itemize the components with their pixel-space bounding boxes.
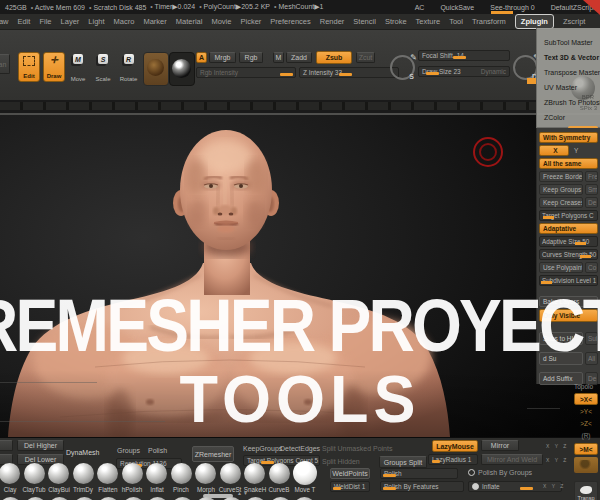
with-symmetry-button[interactable]: With Symmetry [539, 132, 598, 143]
scale-button[interactable]: S Scale [93, 54, 113, 82]
freeze-border-clipped[interactable]: Fre [585, 171, 598, 182]
subs-to-hi-button[interactable]: Subs to HI [539, 332, 583, 345]
polish-handle[interactable] [383, 474, 396, 477]
keepgroups-toggle[interactable]: KeepGroups [243, 445, 282, 452]
z-intensity-handle[interactable] [339, 73, 352, 76]
current-brush-thumbnail[interactable] [143, 52, 169, 86]
split-hidden-button[interactable]: Split Hidden [322, 458, 360, 465]
mrgb-toggle[interactable]: Mrgb [209, 52, 236, 63]
zcut-toggle[interactable]: Zcut [356, 52, 375, 63]
move-button[interactable]: M Move [68, 54, 88, 82]
zsub-toggle[interactable]: Zsub [316, 51, 352, 64]
menu-item-stroke[interactable]: Stroke [385, 17, 407, 26]
rgb-intensity-slider[interactable]: Rgb Intensity [196, 67, 296, 78]
clipped-left-button[interactable]: an [0, 54, 10, 74]
polish-slider[interactable]: Polish [380, 468, 458, 479]
brush-move-topological[interactable] [293, 461, 317, 485]
symmetry-y-button[interactable]: Y [571, 145, 598, 156]
menu-item-render[interactable]: Render [320, 17, 345, 26]
menu-item-tool[interactable]: Tool [449, 17, 463, 26]
menu-item-draw[interactable]: Draw [0, 17, 9, 26]
covered-button-clipped[interactable]: All [585, 352, 598, 365]
quicksave-button[interactable]: QuickSave [440, 4, 474, 11]
brush-clay[interactable] [0, 463, 20, 484]
zplugin-item-transpose-master[interactable]: Transpose Master [537, 65, 600, 80]
mirror-and-weld-button[interactable]: Mirror And Weld [481, 454, 543, 465]
zplugin-item-zcolor[interactable]: ZColor [537, 110, 600, 125]
brush-pinch[interactable] [171, 463, 192, 484]
mirror-button[interactable]: Mirror [481, 440, 519, 451]
menu-item-layer[interactable]: Layer [61, 17, 80, 26]
clipped-button[interactable] [0, 440, 13, 451]
brush-morph[interactable] [195, 463, 216, 484]
stroke-selector[interactable]: ✎ S [390, 55, 415, 80]
document-canvas[interactable] [0, 115, 600, 437]
radial-symmetry-button[interactable]: (R) [574, 431, 598, 441]
menu-item-light[interactable]: Light [88, 17, 104, 26]
polish-by-groups-radio[interactable]: Polish By Groups [468, 469, 532, 476]
zplugin-item-uv-master[interactable]: UV Master [537, 80, 600, 95]
adaptative-button[interactable]: Adaptative [539, 223, 598, 234]
mirror-axes-toggle[interactable]: X Y Z [546, 443, 568, 449]
menu-item-macro[interactable]: Macro [114, 17, 135, 26]
focal-shift-slider[interactable]: Focal Shift -14 [418, 50, 510, 61]
menu-item-zplugin[interactable]: Zplugin [515, 14, 554, 29]
brush-claybui[interactable] [48, 463, 69, 484]
zplugin-item-subtool-master[interactable]: SubTool Master [537, 35, 600, 50]
draw-size-handle[interactable] [426, 72, 439, 75]
brush-claytub[interactable] [24, 463, 45, 484]
rgb-toggle[interactable]: Rgb [239, 52, 263, 63]
brush-inflat[interactable] [146, 463, 167, 484]
symmetry-z-axis-button[interactable]: >Z< [574, 419, 598, 429]
menu-item-zscript[interactable]: Zscript [563, 17, 586, 26]
brush-curveb[interactable] [269, 463, 290, 484]
dynamesh-polish-toggle[interactable]: Polish [148, 447, 167, 454]
del-higher-button[interactable]: Del Higher [17, 440, 64, 451]
symmetry-x-axis-button[interactable]: >X< [574, 393, 598, 405]
adaptive-size-handle[interactable] [575, 242, 586, 245]
m-toggle[interactable]: M [273, 52, 284, 63]
menu-item-marker[interactable]: Marker [143, 17, 166, 26]
keep-creases-button[interactable]: Keep Creases [539, 197, 583, 208]
menu-item-preferences[interactable]: Preferences [270, 17, 310, 26]
use-polypaint-clipped[interactable]: Co [585, 262, 598, 273]
menu-item-edit[interactable]: Edit [18, 17, 31, 26]
menu-item-material[interactable]: Material [176, 17, 203, 26]
subs-to-hi-clipped[interactable]: Sub [585, 332, 598, 345]
all-the-same-button[interactable]: All the same [539, 158, 598, 169]
covered-button[interactable]: d Su [539, 352, 583, 365]
tray-divider[interactable] [0, 100, 600, 115]
menu-item-picker[interactable]: Picker [240, 17, 261, 26]
brush-trimdy[interactable] [73, 463, 94, 484]
use-polypaint-button[interactable]: Use Polypaint [539, 262, 583, 273]
target-polygons-count-handle[interactable] [261, 461, 274, 464]
brush-flatten[interactable] [97, 463, 118, 484]
menu-item-file[interactable]: File [39, 17, 51, 26]
z-intensity-slider[interactable]: Z Intensity 33 [299, 67, 399, 78]
adaptive-size-slider[interactable]: Adaptive Size 50 [539, 236, 598, 247]
subdivision-level-handle[interactable] [541, 281, 552, 284]
menu-item-stencil[interactable]: Stencil [353, 17, 376, 26]
lazymouse-button[interactable]: LazyMouse [432, 440, 478, 452]
symmetry-x-button[interactable]: X [539, 145, 569, 156]
detectedges-toggle[interactable]: DetectEdges [280, 445, 320, 452]
focal-shift-handle[interactable] [453, 56, 466, 59]
polish-by-features-slider[interactable]: Polish By Features [380, 481, 464, 492]
lazyradius-handle[interactable] [432, 460, 440, 463]
keep-creases-clipped[interactable]: De [585, 197, 598, 208]
menu-item-transform[interactable]: Transform [472, 17, 506, 26]
brush-scroll-arrows-icon[interactable]: ▲▼ [237, 490, 249, 496]
zplugin-item-zbrush-to-photoshop[interactable]: ZBrush To Photoshop [537, 95, 600, 110]
current-material-thumbnail[interactable] [169, 52, 195, 86]
see-through-slider[interactable]: See-through 0 [490, 4, 534, 11]
dynamesh-groups-toggle[interactable]: Groups [117, 447, 140, 454]
zremesher-button[interactable]: ZRemesher [192, 446, 234, 462]
only-visible-button[interactable]: Only Visible [539, 309, 598, 322]
weldpoints-button[interactable]: WeldPoints [330, 468, 370, 479]
transp-button[interactable]: Transp [574, 481, 598, 500]
target-polygons-handle[interactable] [543, 216, 554, 219]
groups-split-button[interactable]: Groups Split [379, 456, 427, 468]
edit-button[interactable]: Edit [18, 52, 40, 82]
curves-strength-handle[interactable] [580, 255, 591, 258]
menu-item-movie[interactable]: Movie [211, 17, 231, 26]
